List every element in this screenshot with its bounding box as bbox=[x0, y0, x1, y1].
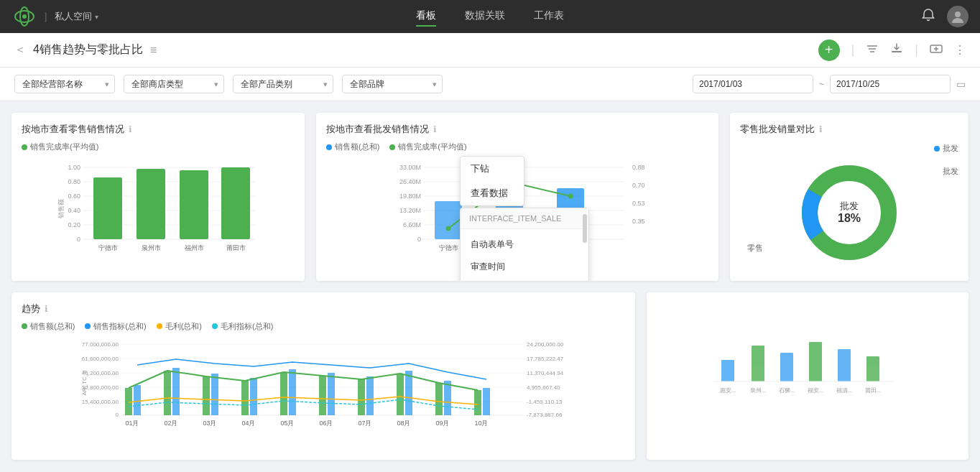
svg-text:24,200,000.00: 24,200,000.00 bbox=[527, 341, 564, 348]
mini-bar-chart: 惠安... 泉州... 石狮... 福安... 福清... 莆田... bbox=[647, 292, 969, 461]
field-list-menu: INTERFACE_ITEM_SALE 自动表单号 审查时间 账单类型 商品ID… bbox=[460, 208, 589, 281]
workspace-selector[interactable]: 私人空间 ▾ bbox=[55, 10, 98, 23]
filter-icon[interactable] bbox=[866, 42, 879, 58]
nav-item-worksheet[interactable]: 工作表 bbox=[534, 6, 564, 27]
svg-rect-113 bbox=[809, 342, 822, 381]
svg-rect-110 bbox=[721, 360, 734, 381]
brand-filter[interactable]: 全部品牌 bbox=[342, 75, 443, 93]
svg-text:11,370,444.94: 11,370,444.94 bbox=[527, 370, 564, 376]
svg-text:03月: 03月 bbox=[203, 420, 216, 427]
legend-sales-total: 销售额(总和) bbox=[326, 142, 379, 152]
svg-rect-88 bbox=[280, 372, 287, 415]
header-divider: | bbox=[45, 11, 47, 22]
wholesale-city-title: 按地市查看批发销售情况 ℹ bbox=[326, 123, 708, 136]
svg-text:07月: 07月 bbox=[358, 420, 371, 427]
legend-dot-blue bbox=[326, 144, 332, 150]
svg-rect-98 bbox=[474, 390, 481, 415]
svg-text:18%: 18% bbox=[838, 212, 861, 224]
svg-rect-96 bbox=[435, 383, 443, 415]
dept-filter[interactable]: 全部经营部名称 bbox=[14, 75, 115, 93]
svg-point-51 bbox=[446, 226, 451, 231]
svg-rect-92 bbox=[358, 379, 365, 415]
menu-item-order-no[interactable]: 自动表单号 bbox=[461, 233, 588, 256]
title-bar: ＜ 4销售趋势与零批占比 ≡ + | | ⋮ bbox=[0, 33, 980, 68]
shop-type-filter[interactable]: 全部商店类型 bbox=[124, 75, 224, 93]
svg-text:0: 0 bbox=[417, 236, 421, 243]
svg-text:4,955,667.40: 4,955,667.40 bbox=[527, 384, 560, 391]
info-icon-1: ℹ bbox=[129, 124, 132, 134]
svg-text:泉州...: 泉州... bbox=[750, 387, 767, 394]
nav-item-data-link[interactable]: 数据关联 bbox=[465, 6, 505, 27]
retail-wholesale-title: 零售批发销量对比 ℹ bbox=[740, 123, 958, 136]
header-right bbox=[921, 6, 969, 27]
scrollbar[interactable] bbox=[583, 208, 587, 281]
trend-chart: 趋势 ℹ 销售额(总和) 销售指标(总和) 毛利(总和) 毛利 bbox=[11, 292, 635, 461]
avatar[interactable] bbox=[947, 6, 969, 27]
retail-wholesale-compare-chart: 零售批发销量对比 ℹ 批发 bbox=[730, 113, 969, 281]
trend-legend: 销售额(总和) 销售指标(总和) 毛利(总和) 毛利指标(总和) bbox=[22, 321, 625, 332]
svg-text:46,200,000.00: 46,200,000.00 bbox=[82, 370, 119, 376]
svg-rect-82 bbox=[164, 371, 171, 415]
svg-text:0.20: 0.20 bbox=[68, 221, 80, 228]
dept-filter-wrap: 全部经营部名称 bbox=[14, 75, 115, 93]
separator2: | bbox=[915, 42, 918, 57]
info-icon-2: ℹ bbox=[433, 124, 437, 134]
svg-rect-90 bbox=[319, 376, 326, 415]
menu-item-review-time[interactable]: 审查时间 bbox=[461, 256, 588, 278]
legend-sales: 销售额(总和) bbox=[22, 321, 75, 332]
wholesale-legend: 销售额(总和) 销售完成率(平均值) bbox=[326, 142, 708, 152]
info-icon-3: ℹ bbox=[819, 124, 823, 134]
legend-dot-sales bbox=[22, 323, 27, 329]
svg-text:宁德市: 宁德市 bbox=[98, 244, 118, 251]
date-separator: ~ bbox=[819, 79, 824, 89]
svg-text:0.53: 0.53 bbox=[632, 200, 645, 207]
page-title: 4销售趋势与零批占比 bbox=[33, 42, 143, 57]
retail-city-chart: 按地市查看零售销售情况 ℹ 销售完成率(平均值) 销售额 1.00 0.80 0… bbox=[11, 113, 305, 281]
workspace-label: 私人空间 bbox=[55, 10, 92, 23]
back-button[interactable]: ＜ bbox=[14, 42, 26, 57]
separator1: | bbox=[851, 42, 855, 57]
retail-legend: 销售完成率(平均值) bbox=[22, 142, 295, 152]
info-icon-trend: ℹ bbox=[45, 304, 48, 314]
workspace-chevron: ▾ bbox=[95, 13, 98, 21]
nav-item-kanban[interactable]: 看板 bbox=[416, 6, 436, 27]
share-icon[interactable] bbox=[930, 42, 943, 58]
svg-rect-95 bbox=[405, 371, 412, 415]
legend-profit-target: 毛利指标(总和) bbox=[212, 321, 273, 332]
date-to-input[interactable] bbox=[830, 75, 951, 93]
top-charts-row: 按地市查看零售销售情况 ℹ 销售完成率(平均值) 销售额 1.00 0.80 0… bbox=[11, 113, 969, 281]
svg-text:05月: 05月 bbox=[280, 420, 294, 427]
bell-icon[interactable] bbox=[921, 8, 935, 26]
legend-dot-target bbox=[85, 323, 91, 329]
svg-rect-86 bbox=[241, 381, 249, 415]
legend-completion-rate: 销售完成率(平均值) bbox=[22, 142, 98, 152]
legend-completion-rate-2: 销售完成率(平均值) bbox=[389, 142, 466, 152]
svg-text:61,600,000.00: 61,600,000.00 bbox=[82, 356, 119, 362]
calendar-icon[interactable]: ▭ bbox=[956, 78, 966, 90]
svg-point-3 bbox=[955, 11, 961, 17]
view-data-item[interactable]: 查看数据 bbox=[461, 181, 524, 205]
svg-text:04月: 04月 bbox=[241, 420, 255, 427]
more-icon[interactable]: ⋮ bbox=[954, 43, 966, 57]
svg-text:0: 0 bbox=[77, 236, 80, 243]
menu-icon[interactable]: ≡ bbox=[150, 44, 157, 57]
date-from-input[interactable] bbox=[693, 75, 813, 93]
svg-rect-114 bbox=[838, 349, 851, 381]
svg-rect-112 bbox=[780, 353, 793, 381]
drill-popup: 下钻 查看数据 bbox=[460, 156, 524, 206]
svg-rect-89 bbox=[289, 369, 296, 415]
svg-text:1.00: 1.00 bbox=[68, 164, 80, 171]
menu-item-bill-type[interactable]: 账单类型 bbox=[461, 278, 588, 281]
download-icon[interactable] bbox=[890, 42, 903, 58]
svg-text:0.35: 0.35 bbox=[632, 218, 645, 225]
svg-text:0.88: 0.88 bbox=[632, 164, 645, 171]
svg-text:06月: 06月 bbox=[319, 420, 333, 427]
svg-text:30,800,000.00: 30,800,000.00 bbox=[82, 384, 119, 391]
svg-text:09月: 09月 bbox=[435, 420, 449, 427]
svg-text:17,785,222.47: 17,785,222.47 bbox=[527, 356, 564, 362]
drill-down-item[interactable]: 下钻 bbox=[461, 157, 524, 181]
add-button[interactable]: + bbox=[818, 40, 840, 61]
product-cat-filter[interactable]: 全部产品类别 bbox=[233, 75, 333, 93]
trend-title: 趋势 ℹ bbox=[22, 302, 625, 315]
legend-profit: 毛利(总和) bbox=[157, 321, 202, 332]
